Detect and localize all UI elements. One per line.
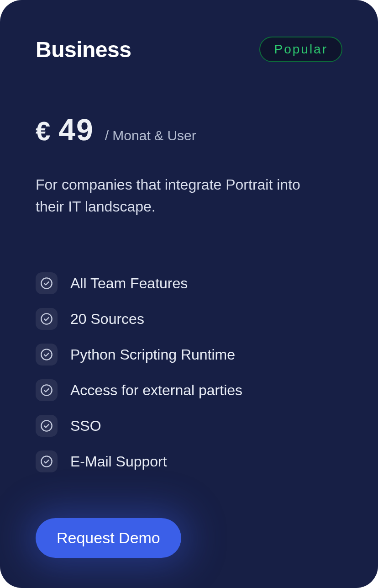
check-circle-icon: [36, 415, 58, 437]
feature-item: All Team Features: [36, 272, 342, 294]
svg-point-3: [41, 385, 52, 395]
plan-description: For companies that integrate Portrait in…: [36, 174, 328, 217]
svg-point-5: [41, 456, 52, 466]
price-amount: 49: [58, 112, 94, 147]
card-header: Business Popular: [36, 37, 342, 62]
svg-point-2: [41, 349, 52, 360]
svg-point-0: [41, 278, 52, 288]
price-period: / Monat & User: [105, 128, 196, 143]
request-demo-button[interactable]: Request Demo: [36, 518, 181, 558]
popular-badge: Popular: [259, 37, 342, 62]
check-circle-icon: [36, 344, 58, 366]
check-circle-icon: [36, 450, 58, 472]
feature-list: All Team Features 20 Sources Python Scri…: [36, 272, 342, 472]
feature-label: Python Scripting Runtime: [70, 346, 235, 363]
check-circle-icon: [36, 379, 58, 401]
price-row: € 49 / Monat & User: [36, 112, 342, 147]
feature-item: E-Mail Support: [36, 450, 342, 472]
check-circle-icon: [36, 272, 58, 294]
svg-point-4: [41, 420, 52, 431]
feature-label: 20 Sources: [70, 311, 144, 328]
plan-title: Business: [36, 37, 131, 62]
feature-item: 20 Sources: [36, 308, 342, 330]
pricing-card: Business Popular € 49 / Monat & User For…: [0, 0, 378, 588]
svg-point-1: [41, 313, 52, 324]
feature-item: Access for external parties: [36, 379, 342, 401]
feature-item: SSO: [36, 415, 342, 437]
feature-label: All Team Features: [70, 275, 188, 292]
feature-item: Python Scripting Runtime: [36, 344, 342, 366]
feature-label: E-Mail Support: [70, 453, 167, 470]
feature-label: SSO: [70, 418, 101, 434]
price-currency: €: [36, 116, 50, 146]
feature-label: Access for external parties: [70, 382, 242, 399]
check-circle-icon: [36, 308, 58, 330]
